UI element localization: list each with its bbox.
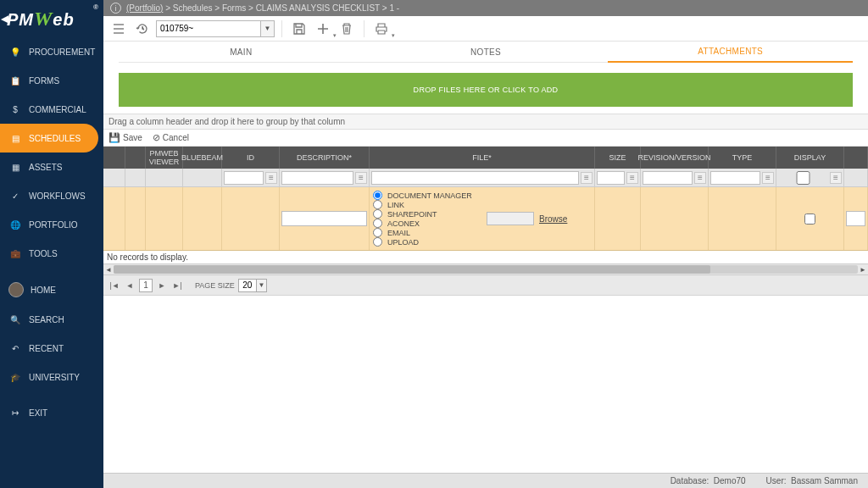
sidebar-item-search[interactable]: 🔍SEARCH bbox=[0, 305, 103, 334]
file-path-box bbox=[487, 212, 534, 225]
filter-icon[interactable]: ≡ bbox=[265, 172, 277, 184]
info-icon[interactable]: i bbox=[110, 3, 121, 14]
breadcrumb-portfolio[interactable]: (Portfolio) bbox=[126, 3, 163, 13]
logo: ◀ PMWeb ® bbox=[0, 0, 103, 37]
add-icon[interactable]: ▾ bbox=[313, 19, 333, 39]
radio-email[interactable]: EMAIL bbox=[373, 228, 481, 237]
schedules-icon: ▤ bbox=[8, 131, 22, 145]
record-id-input[interactable] bbox=[157, 21, 260, 36]
save-icon[interactable] bbox=[289, 19, 309, 39]
search-icon: 🔍 bbox=[8, 313, 22, 326]
main-toolbar: ▼ ▾ ▾ bbox=[103, 16, 868, 42]
lightbulb-icon: 💡 bbox=[8, 45, 22, 58]
pager-first[interactable]: |◄ bbox=[108, 280, 120, 291]
pager-prev[interactable]: ◄ bbox=[124, 280, 136, 291]
breadcrumb-form-name: CLAIMS ANALYSIS CHECKLIST bbox=[256, 3, 380, 13]
file-dropzone[interactable]: DROP FILES HERE OR CLICK TO ADD bbox=[119, 73, 853, 107]
history-icon[interactable] bbox=[132, 19, 153, 39]
filter-type[interactable] bbox=[710, 171, 760, 185]
sidebar-item-portfolio[interactable]: 🌐PORTFOLIO bbox=[0, 210, 103, 239]
col-bluebeam[interactable]: BLUEBEAM bbox=[183, 147, 222, 169]
col-file[interactable]: FILE* bbox=[370, 147, 595, 169]
filter-revision[interactable] bbox=[643, 171, 693, 185]
col-description[interactable]: DESCRIPTION* bbox=[280, 147, 370, 169]
tab-attachments[interactable]: ATTACHMENTS bbox=[608, 42, 853, 63]
cancel-button[interactable]: ⊘Cancel bbox=[153, 132, 189, 143]
cancel-small-icon: ⊘ bbox=[153, 132, 160, 143]
browse-link[interactable]: Browse bbox=[539, 214, 567, 224]
sidebar-item-home[interactable]: HOME bbox=[0, 274, 103, 305]
breadcrumb-schedules[interactable]: Schedules bbox=[173, 3, 213, 13]
col-pmweb-viewer[interactable]: PMWEB VIEWER bbox=[146, 147, 183, 169]
breadcrumb-forms[interactable]: Forms bbox=[222, 3, 246, 13]
pager-next[interactable]: ► bbox=[156, 280, 168, 291]
globe-icon: 🌐 bbox=[8, 218, 22, 231]
avatar-icon bbox=[8, 282, 24, 297]
check-icon: ✓ bbox=[8, 189, 22, 202]
clipboard-icon: 📋 bbox=[8, 74, 22, 87]
sidebar-item-procurement[interactable]: 💡PROCUREMENT bbox=[0, 37, 103, 66]
radio-link[interactable]: LINK bbox=[373, 200, 481, 209]
radio-aconex[interactable]: ACONEX bbox=[373, 219, 481, 228]
group-by-bar[interactable]: Drag a column header and drop it here to… bbox=[103, 114, 868, 130]
chevron-down-icon[interactable]: ▼ bbox=[256, 280, 266, 291]
print-icon[interactable]: ▾ bbox=[371, 19, 392, 39]
list-icon[interactable] bbox=[108, 19, 129, 39]
filter-icon[interactable]: ≡ bbox=[694, 172, 706, 184]
page-size-dropdown[interactable]: ▼ bbox=[238, 279, 267, 292]
filter-description[interactable] bbox=[281, 171, 353, 185]
dollar-icon: $ bbox=[8, 103, 22, 116]
filter-icon[interactable]: ≡ bbox=[830, 172, 842, 184]
filter-display[interactable] bbox=[778, 171, 828, 185]
sidebar-item-forms[interactable]: 📋FORMS bbox=[0, 66, 103, 95]
radio-sharepoint[interactable]: SHAREPOINT bbox=[373, 209, 481, 219]
record-dropdown[interactable]: ▼ bbox=[156, 20, 275, 37]
col-type[interactable]: TYPE bbox=[709, 147, 776, 169]
col-revision[interactable]: REVISION/VERSION bbox=[641, 147, 709, 169]
status-bar: Database: Demo70 User: Bassam Samman bbox=[103, 473, 868, 488]
sidebar-item-workflows[interactable]: ✓WORKFLOWS bbox=[0, 181, 103, 210]
tab-main[interactable]: MAIN bbox=[119, 42, 364, 63]
status-database: Demo70 bbox=[714, 476, 746, 485]
tab-notes[interactable]: NOTES bbox=[364, 42, 609, 63]
grid-header: PMWEB VIEWER BLUEBEAM ID DESCRIPTION* FI… bbox=[103, 147, 868, 169]
sidebar-item-assets[interactable]: ▦ASSETS bbox=[0, 152, 103, 181]
sidebar-item-schedules[interactable]: ▤SCHEDULES bbox=[0, 124, 98, 152]
filter-file[interactable] bbox=[371, 171, 579, 185]
delete-icon[interactable] bbox=[337, 19, 357, 39]
filter-icon[interactable]: ≡ bbox=[762, 172, 774, 184]
sidebar-item-exit[interactable]: ↦EXIT bbox=[0, 398, 103, 427]
save-button[interactable]: 💾Save bbox=[108, 132, 142, 143]
edit-row: DOCUMENT MANAGER LINK SHAREPOINT ACONEX … bbox=[103, 187, 868, 251]
graduation-cap-icon: 🎓 bbox=[8, 370, 22, 384]
sidebar-item-recent[interactable]: ↶RECENT bbox=[0, 334, 103, 363]
filter-size[interactable] bbox=[597, 171, 625, 185]
horizontal-scrollbar[interactable]: ◄ ► bbox=[103, 263, 868, 275]
col-display[interactable]: DISPLAY bbox=[776, 147, 844, 169]
col-id[interactable]: ID bbox=[222, 147, 280, 169]
edit-tail[interactable] bbox=[846, 211, 865, 226]
sidebar-item-university[interactable]: 🎓UNIVERSITY bbox=[0, 363, 103, 391]
edit-display[interactable] bbox=[804, 214, 815, 225]
filter-icon[interactable]: ≡ bbox=[626, 172, 638, 184]
grid-actions: 💾Save ⊘Cancel bbox=[103, 130, 868, 147]
scroll-left-icon[interactable]: ◄ bbox=[103, 264, 114, 274]
sidebar-item-tools[interactable]: 💼TOOLS bbox=[0, 239, 103, 268]
radio-upload[interactable]: UPLOAD bbox=[373, 237, 481, 247]
page-size-label: PAGE SIZE bbox=[195, 281, 235, 290]
no-records-label: No records to display. bbox=[103, 251, 868, 263]
radio-document-manager[interactable]: DOCUMENT MANAGER bbox=[373, 191, 481, 200]
filter-id[interactable] bbox=[224, 171, 264, 185]
filter-icon[interactable]: ≡ bbox=[355, 172, 367, 184]
page-size-input[interactable] bbox=[239, 280, 256, 291]
collapse-sidebar-icon[interactable]: ◀ bbox=[0, 13, 8, 25]
edit-description[interactable] bbox=[281, 211, 367, 226]
pager-page[interactable]: 1 bbox=[139, 279, 153, 292]
assets-icon: ▦ bbox=[8, 160, 22, 174]
pager-last[interactable]: ►| bbox=[171, 280, 183, 291]
col-size[interactable]: SIZE bbox=[595, 147, 641, 169]
sidebar-item-commercial[interactable]: $COMMERCIAL bbox=[0, 95, 103, 124]
chevron-down-icon[interactable]: ▼ bbox=[260, 21, 274, 36]
scroll-right-icon[interactable]: ► bbox=[858, 264, 868, 274]
filter-icon[interactable]: ≡ bbox=[581, 172, 593, 184]
